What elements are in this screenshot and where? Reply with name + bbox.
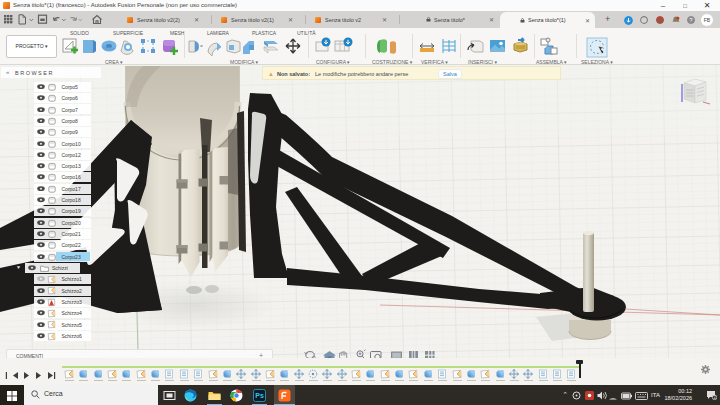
svg-text:Ps: Ps	[255, 392, 264, 399]
